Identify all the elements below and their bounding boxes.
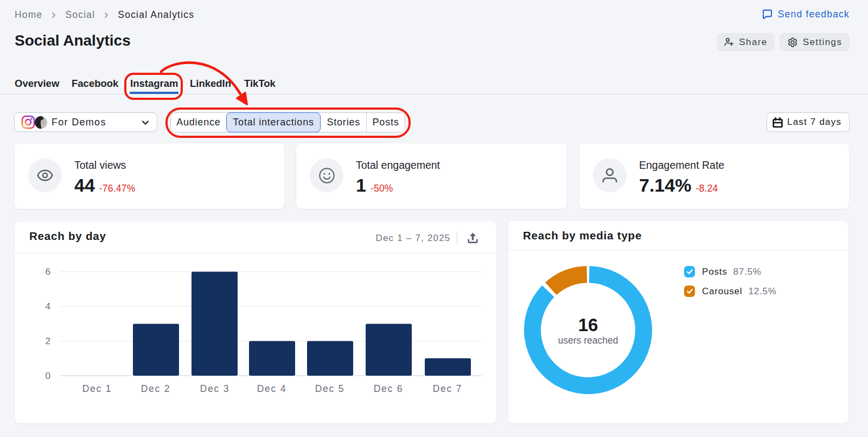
- svg-text:Dec 6: Dec 6: [374, 383, 404, 394]
- svg-text:Dec 2: Dec 2: [141, 383, 171, 394]
- svg-text:2: 2: [46, 336, 50, 346]
- svg-text:4: 4: [46, 301, 50, 312]
- svg-text:6: 6: [46, 267, 50, 277]
- svg-text:Dec 1: Dec 1: [82, 383, 112, 394]
- svg-text:0: 0: [46, 371, 50, 381]
- svg-text:16: 16: [578, 315, 598, 335]
- svg-text:Dec 7: Dec 7: [433, 383, 463, 394]
- svg-text:Dec 4: Dec 4: [257, 383, 287, 394]
- svg-text:users reached: users reached: [558, 335, 618, 346]
- svg-text:Dec 5: Dec 5: [315, 383, 345, 394]
- svg-text:Dec 3: Dec 3: [200, 383, 230, 394]
